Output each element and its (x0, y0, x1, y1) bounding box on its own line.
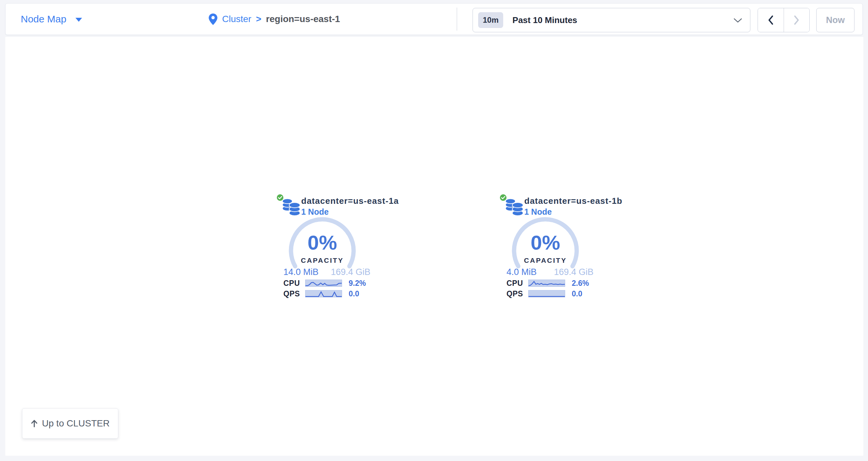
breadcrumb-current-location: region=us-east-1 (266, 14, 340, 24)
next-time-button[interactable] (784, 8, 810, 32)
qps-value: 0.0 (349, 290, 359, 298)
top-toolbar: Node Map Cluster > region=us-east-1 10m … (5, 3, 863, 35)
breadcrumb: Cluster > region=us-east-1 (209, 4, 340, 35)
capacity-total: 169.4 GiB (554, 267, 593, 277)
database-stack-icon (505, 197, 524, 216)
location-pin-icon (209, 13, 217, 25)
qps-label: QPS (283, 290, 305, 298)
view-selector-label: Node Map (21, 13, 66, 25)
arrow-up-icon (31, 420, 38, 427)
qps-sparkline (305, 290, 342, 297)
cpu-stat-row: CPU 9.2% (283, 279, 366, 288)
database-stack-icon (282, 197, 301, 216)
qps-stat-row: QPS 0.0 (283, 290, 359, 298)
caret-down-icon (75, 18, 82, 22)
prev-time-button[interactable] (758, 8, 784, 32)
datacenter-name: datacenter=us-east-1a (301, 196, 399, 206)
time-step-button-group (757, 8, 810, 32)
datacenter-card[interactable]: datacenter=us-east-1b 1 Node 0% CAPACITY… (489, 193, 603, 303)
capacity-range: 14.0 MiB 169.4 GiB (283, 267, 370, 277)
node-map-canvas: datacenter=us-east-1a 1 Node 0% CAPACITY… (5, 37, 863, 456)
cpu-stat-row: CPU 2.6% (506, 279, 589, 288)
breadcrumb-separator: > (256, 14, 261, 24)
capacity-percent: 0% (510, 231, 581, 254)
qps-sparkline (528, 290, 565, 297)
header-divider (457, 7, 457, 31)
qps-label: QPS (506, 290, 528, 298)
view-selector[interactable]: Node Map (21, 4, 82, 35)
chevron-right-icon (793, 15, 800, 25)
qps-value: 0.0 (572, 290, 582, 298)
cpu-label: CPU (506, 279, 528, 288)
breadcrumb-cluster-link[interactable]: Cluster (222, 14, 251, 24)
up-to-cluster-button[interactable]: Up to CLUSTER (22, 408, 118, 439)
capacity-used: 14.0 MiB (283, 267, 319, 277)
chevron-left-icon (768, 15, 774, 25)
qps-stat-row: QPS 0.0 (506, 290, 582, 298)
capacity-percent: 0% (287, 231, 358, 254)
cpu-label: CPU (283, 279, 305, 288)
datacenter-card[interactable]: datacenter=us-east-1a 1 Node 0% CAPACITY… (266, 193, 380, 303)
time-window-label: Past 10 Minutes (513, 15, 577, 25)
now-button[interactable]: Now (816, 8, 855, 32)
capacity-caption: CAPACITY (287, 257, 358, 264)
time-window-badge: 10m (478, 12, 503, 28)
capacity-used: 4.0 MiB (506, 267, 537, 277)
up-to-cluster-label: Up to CLUSTER (42, 418, 110, 429)
chevron-down-icon (734, 18, 742, 23)
cpu-sparkline (305, 279, 342, 287)
capacity-total: 169.4 GiB (331, 267, 370, 277)
cpu-value: 2.6% (572, 279, 589, 288)
capacity-range: 4.0 MiB 169.4 GiB (506, 267, 593, 277)
time-window-dropdown[interactable]: 10m Past 10 Minutes (472, 8, 750, 32)
datacenter-name: datacenter=us-east-1b (524, 196, 622, 206)
cpu-sparkline (528, 279, 565, 287)
capacity-caption: CAPACITY (510, 257, 581, 264)
cpu-value: 9.2% (349, 279, 366, 288)
